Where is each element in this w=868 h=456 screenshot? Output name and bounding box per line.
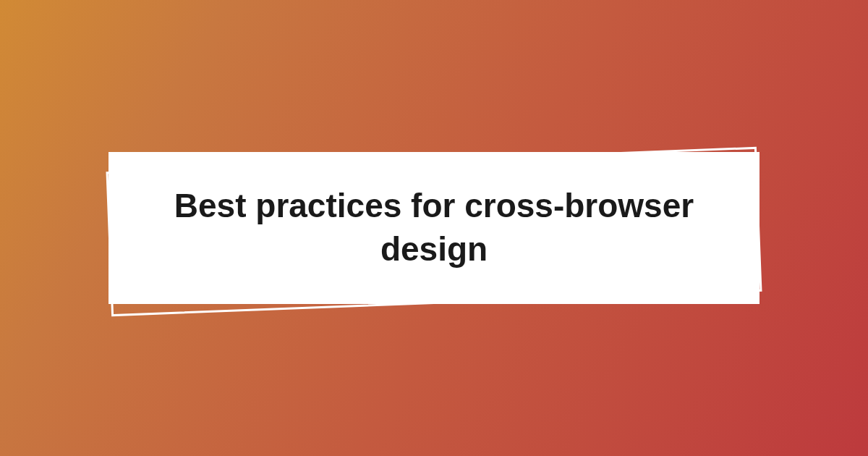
title-card-wrapper: Best practices for cross-browser design (109, 152, 760, 304)
page-title: Best practices for cross-browser design (152, 185, 716, 271)
gradient-background: Best practices for cross-browser design (0, 0, 868, 456)
title-box: Best practices for cross-browser design (109, 152, 760, 304)
